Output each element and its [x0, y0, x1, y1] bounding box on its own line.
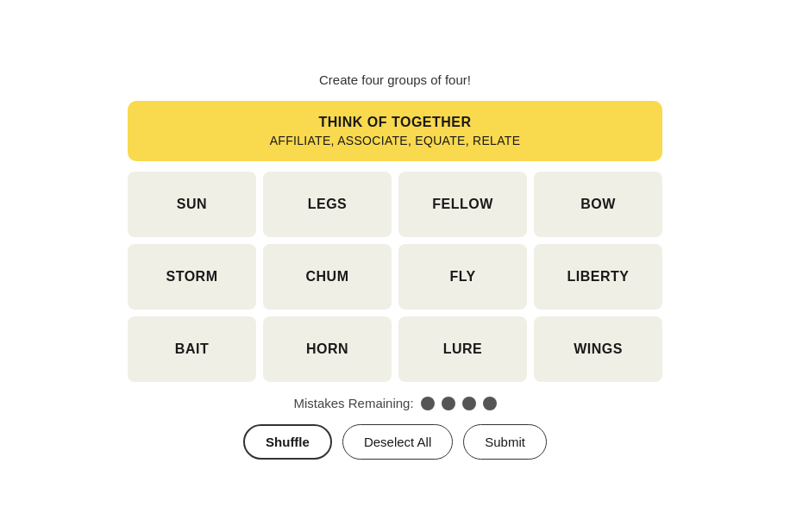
solved-group-title: THINK OF TOGETHER [145, 115, 645, 130]
shuffle-button[interactable]: Shuffle [243, 424, 332, 460]
action-buttons: Shuffle Deselect All Submit [243, 424, 547, 460]
submit-button[interactable]: Submit [463, 424, 547, 460]
mistake-dot-4 [483, 397, 497, 410]
tile-chum[interactable]: CHUM [263, 244, 392, 310]
tile-grid: SUNLEGSFELLOWBOWSTORMCHUMFLYLIBERTYBAITH… [128, 172, 662, 382]
tile-storm[interactable]: STORM [128, 244, 256, 310]
tile-horn[interactable]: HORN [263, 316, 392, 382]
tile-fellow[interactable]: FELLOW [398, 172, 527, 237]
tile-legs[interactable]: LEGS [263, 172, 392, 237]
tile-bow[interactable]: BOW [534, 172, 662, 237]
deselect-button[interactable]: Deselect All [342, 424, 453, 460]
tile-wings[interactable]: WINGS [534, 316, 662, 382]
subtitle: Create four groups of four! [319, 72, 471, 87]
solved-group: THINK OF TOGETHER AFFILIATE, ASSOCIATE, … [128, 101, 662, 161]
mistakes-label: Mistakes Remaining: [293, 396, 413, 410]
tile-bait[interactable]: BAIT [128, 316, 256, 382]
tile-sun[interactable]: SUN [128, 172, 256, 237]
tile-lure[interactable]: LURE [398, 316, 527, 382]
game-container: Create four groups of four! THINK OF TOG… [128, 72, 662, 460]
mistake-dot-1 [421, 397, 435, 410]
mistake-dot-2 [442, 397, 455, 410]
tile-fly[interactable]: FLY [398, 244, 527, 310]
mistake-dot-3 [462, 397, 476, 410]
mistakes-row: Mistakes Remaining: [293, 396, 496, 410]
solved-group-words: AFFILIATE, ASSOCIATE, EQUATE, RELATE [145, 134, 645, 147]
tile-liberty[interactable]: LIBERTY [534, 244, 662, 310]
